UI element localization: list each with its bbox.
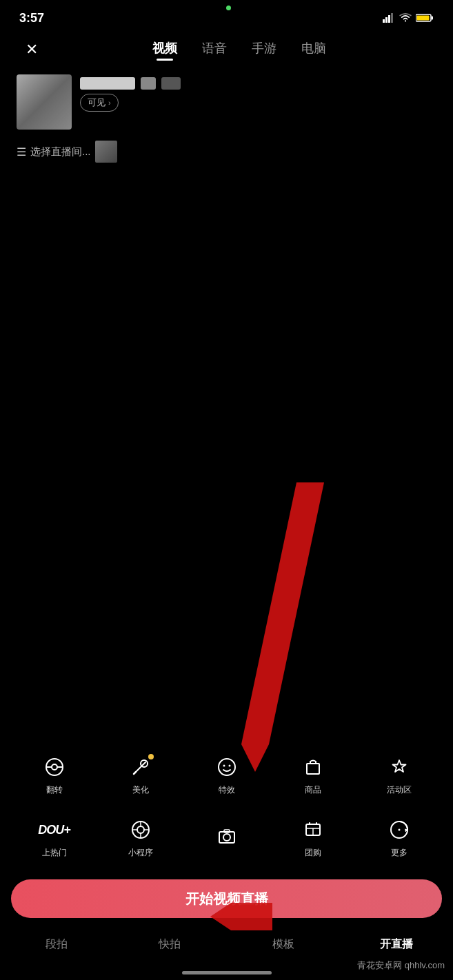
wifi-icon: [399, 13, 412, 23]
group-icon: [299, 815, 328, 844]
goods-label: 商品: [305, 784, 321, 796]
svg-rect-0: [383, 19, 385, 23]
nav-template[interactable]: 模板: [227, 929, 340, 959]
beauty-icon: [126, 753, 155, 782]
preview-area: 可见 ›: [0, 69, 453, 135]
tool-goods[interactable]: 商品: [270, 744, 356, 804]
tab-pc[interactable]: 电脑: [301, 40, 326, 59]
miniapp-icon: [126, 815, 155, 844]
cover-preview: [95, 141, 117, 163]
preview-title-bar: [80, 77, 181, 90]
signal-icon: [383, 13, 395, 23]
status-bar: 3:57: [0, 0, 453, 30]
svg-point-15: [223, 765, 225, 767]
nav-live[interactable]: 开直播: [340, 929, 453, 959]
svg-rect-2: [388, 15, 390, 23]
nav-quick[interactable]: 快拍: [113, 929, 226, 959]
more-label: 更多: [391, 847, 407, 859]
svg-point-31: [398, 829, 400, 831]
svg-point-25: [223, 834, 230, 841]
tool-flip[interactable]: 翻转: [11, 744, 97, 804]
flip-label: 翻转: [46, 784, 63, 796]
activity-label: 活动区: [387, 784, 412, 796]
home-indicator: [182, 971, 272, 974]
preview-info: 可见 ›: [80, 74, 181, 112]
visibility-label: 可见: [88, 96, 105, 109]
tool-camera[interactable]: [183, 807, 270, 867]
tools-row-1: 翻转 美化 特效: [11, 744, 442, 804]
top-nav: ✕ 视频 语音 手游 电脑: [0, 30, 453, 69]
tab-voice[interactable]: 语音: [202, 40, 227, 59]
tool-beauty[interactable]: 美化: [97, 744, 183, 804]
nav-segment[interactable]: 段拍: [0, 929, 113, 959]
svg-rect-6: [417, 16, 430, 21]
bottom-nav: 段拍 快拍 模板 开直播: [0, 929, 453, 959]
battery-icon: [416, 13, 434, 23]
visibility-selector[interactable]: 可见 ›: [80, 94, 119, 112]
tab-game[interactable]: 手游: [252, 40, 276, 59]
hot-label: 上热门: [42, 847, 67, 859]
goods-icon: [299, 753, 328, 782]
status-time: 3:57: [19, 11, 44, 25]
watermark: 青花安卓网 qhhlv.com: [357, 959, 445, 972]
list-icon: ☰: [17, 145, 26, 159]
svg-rect-3: [391, 13, 393, 23]
tools-row-2: DOU+ 上热门 小程序: [11, 807, 442, 867]
beauty-label: 美化: [132, 784, 149, 796]
svg-rect-5: [432, 17, 434, 20]
svg-point-14: [219, 759, 235, 775]
activity-icon: [385, 753, 414, 782]
chevron-right-icon: ›: [108, 99, 111, 107]
svg-point-19: [137, 826, 144, 833]
title-block-2: [141, 77, 156, 90]
svg-rect-1: [385, 17, 387, 23]
signal-dot: [226, 6, 231, 10]
svg-marker-33: [241, 482, 324, 744]
flip-icon: [40, 753, 69, 782]
tool-activity[interactable]: 活动区: [356, 744, 442, 804]
svg-rect-17: [307, 764, 319, 774]
nav-tabs: 视频 语音 手游 电脑: [44, 40, 434, 59]
svg-line-12: [134, 772, 136, 774]
dou-icon: DOU+: [40, 815, 69, 844]
effects-label: 特效: [219, 784, 235, 796]
tool-effects[interactable]: 特效: [183, 744, 270, 804]
preview-thumbnail: [17, 74, 72, 130]
more-icon: [385, 815, 414, 844]
status-icons: [383, 13, 434, 23]
svg-point-8: [52, 764, 57, 770]
beauty-dot: [148, 754, 154, 759]
title-block-1: [80, 77, 135, 90]
miniapp-label: 小程序: [128, 847, 153, 859]
tool-more[interactable]: 更多: [356, 807, 442, 867]
svg-point-16: [228, 765, 230, 767]
tool-miniapp[interactable]: 小程序: [97, 807, 183, 867]
title-block-3: [161, 77, 181, 90]
close-button[interactable]: ✕: [19, 37, 44, 62]
group-label: 团购: [305, 847, 321, 859]
tools-section: 翻转 美化 特效: [0, 744, 453, 870]
tool-group[interactable]: 团购: [270, 807, 356, 867]
camera-icon: [212, 821, 241, 850]
tab-video[interactable]: 视频: [152, 40, 177, 59]
effects-icon: [212, 753, 241, 782]
select-cover-label: 选择直播间...: [30, 145, 91, 159]
tool-hot[interactable]: DOU+ 上热门: [11, 807, 97, 867]
start-live-label: 开始视频直播: [185, 890, 268, 908]
select-cover-row[interactable]: ☰ 选择直播间...: [0, 135, 453, 168]
start-live-button[interactable]: 开始视频直播: [11, 879, 442, 918]
